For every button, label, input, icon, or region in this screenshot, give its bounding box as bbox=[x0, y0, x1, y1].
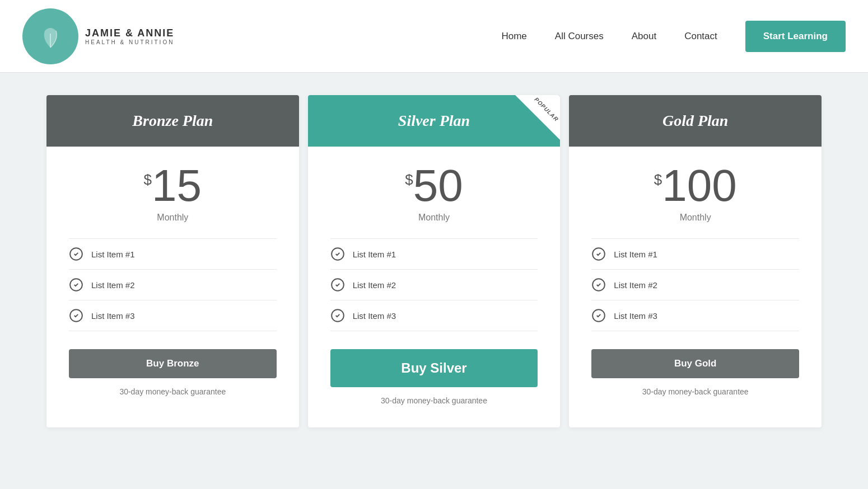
silver-guarantee: 30-day money-back guarantee bbox=[381, 396, 487, 405]
list-item: List Item #2 bbox=[591, 270, 799, 300]
bronze-price-amount: 15 bbox=[152, 163, 202, 208]
gold-guarantee: 30-day money-back guarantee bbox=[642, 387, 749, 396]
silver-features-list: List Item #1 List Item #2 List Item #3 bbox=[330, 238, 538, 331]
silver-price-dollar: $ bbox=[405, 171, 413, 189]
nav-all-courses[interactable]: All Courses bbox=[555, 31, 604, 42]
list-item: List Item #3 bbox=[69, 300, 277, 331]
check-icon bbox=[591, 308, 606, 323]
buy-bronze-button[interactable]: Buy Bronze bbox=[69, 349, 277, 378]
nav-about[interactable]: About bbox=[632, 31, 656, 42]
check-icon bbox=[69, 247, 83, 261]
check-icon bbox=[69, 308, 83, 323]
gold-plan-title: Gold Plan bbox=[662, 112, 728, 129]
bronze-plan-title: Bronze Plan bbox=[132, 112, 213, 129]
silver-price-amount: 50 bbox=[413, 163, 463, 208]
list-item: List Item #1 bbox=[69, 238, 277, 270]
silver-plan-card: Silver Plan POPULAR $ 50 Monthly List It… bbox=[308, 95, 561, 427]
main-content: Bronze Plan $ 15 Monthly List Item #1 Li… bbox=[0, 73, 868, 450]
site-header: JAMIE & ANNIE HEALTH & NUTRITION Home Al… bbox=[0, 0, 868, 73]
logo-subtitle: HEALTH & NUTRITION bbox=[85, 39, 174, 45]
check-icon bbox=[330, 247, 345, 261]
nav-home[interactable]: Home bbox=[501, 31, 526, 42]
bronze-feature-3: List Item #3 bbox=[91, 311, 135, 321]
bronze-price-period: Monthly bbox=[157, 213, 188, 223]
list-item: List Item #2 bbox=[330, 270, 538, 300]
main-nav: Home All Courses About Contact Start Lea… bbox=[501, 21, 846, 52]
logo: JAMIE & ANNIE HEALTH & NUTRITION bbox=[22, 8, 174, 64]
buy-silver-button[interactable]: Buy Silver bbox=[330, 349, 538, 387]
nav-contact[interactable]: Contact bbox=[684, 31, 717, 42]
bronze-plan-card: Bronze Plan $ 15 Monthly List Item #1 Li… bbox=[46, 95, 299, 427]
list-item: List Item #1 bbox=[591, 238, 799, 270]
silver-feature-1: List Item #1 bbox=[353, 250, 396, 259]
logo-text: JAMIE & ANNIE HEALTH & NUTRITION bbox=[85, 27, 174, 45]
silver-feature-2: List Item #2 bbox=[353, 280, 396, 290]
logo-circle bbox=[22, 8, 78, 64]
bronze-feature-1: List Item #1 bbox=[91, 250, 135, 259]
gold-plan-header: Gold Plan bbox=[569, 95, 822, 147]
silver-plan-header: Silver Plan POPULAR bbox=[308, 95, 561, 147]
gold-plan-card: Gold Plan $ 100 Monthly List Item #1 Lis… bbox=[569, 95, 822, 427]
silver-plan-title: Silver Plan bbox=[398, 112, 470, 129]
buy-gold-button[interactable]: Buy Gold bbox=[591, 349, 799, 378]
gold-price-dollar: $ bbox=[654, 171, 662, 189]
gold-feature-1: List Item #1 bbox=[614, 250, 657, 259]
gold-feature-2: List Item #2 bbox=[614, 280, 657, 290]
bronze-guarantee: 30-day money-back guarantee bbox=[119, 387, 226, 396]
silver-price-wrapper: $ 50 bbox=[405, 163, 463, 208]
silver-price-period: Monthly bbox=[418, 213, 450, 223]
silver-plan-body: $ 50 Monthly List Item #1 List Item #2 bbox=[308, 147, 561, 427]
check-icon bbox=[330, 278, 345, 292]
popular-label: POPULAR bbox=[534, 96, 560, 123]
gold-price-amount: 100 bbox=[662, 163, 736, 208]
check-icon bbox=[330, 308, 345, 323]
bronze-price-dollar: $ bbox=[144, 171, 152, 189]
list-item: List Item #3 bbox=[591, 300, 799, 331]
bronze-feature-2: List Item #2 bbox=[91, 280, 135, 290]
silver-feature-3: List Item #3 bbox=[353, 311, 396, 321]
gold-price-period: Monthly bbox=[680, 213, 711, 223]
bronze-plan-header: Bronze Plan bbox=[46, 95, 299, 147]
bronze-plan-body: $ 15 Monthly List Item #1 List Item #2 bbox=[46, 147, 299, 419]
list-item: List Item #2 bbox=[69, 270, 277, 300]
bronze-price-wrapper: $ 15 bbox=[144, 163, 202, 208]
gold-plan-body: $ 100 Monthly List Item #1 List Item #2 bbox=[569, 147, 822, 419]
plans-grid: Bronze Plan $ 15 Monthly List Item #1 Li… bbox=[42, 95, 826, 427]
list-item: List Item #3 bbox=[330, 300, 538, 331]
check-icon bbox=[69, 278, 83, 292]
popular-badge: POPULAR bbox=[515, 95, 560, 140]
check-icon bbox=[591, 278, 606, 292]
gold-feature-3: List Item #3 bbox=[614, 311, 657, 321]
logo-title: JAMIE & ANNIE bbox=[85, 27, 174, 39]
gold-price-wrapper: $ 100 bbox=[654, 163, 737, 208]
bronze-features-list: List Item #1 List Item #2 List Item #3 bbox=[69, 238, 277, 331]
start-learning-button[interactable]: Start Learning bbox=[745, 21, 846, 52]
gold-features-list: List Item #1 List Item #2 List Item #3 bbox=[591, 238, 799, 331]
check-icon bbox=[591, 247, 606, 261]
list-item: List Item #1 bbox=[330, 238, 538, 270]
